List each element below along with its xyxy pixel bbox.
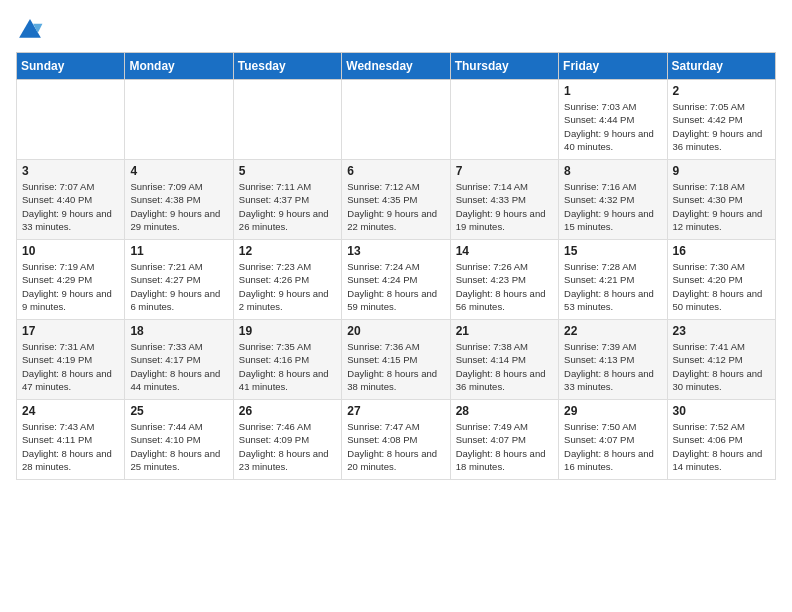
day-info: Sunrise: 7:36 AM Sunset: 4:15 PM Dayligh… [347,340,444,393]
day-info: Sunrise: 7:30 AM Sunset: 4:20 PM Dayligh… [673,260,770,313]
calendar-cell: 21Sunrise: 7:38 AM Sunset: 4:14 PM Dayli… [450,320,558,400]
day-number: 15 [564,244,661,258]
day-info: Sunrise: 7:28 AM Sunset: 4:21 PM Dayligh… [564,260,661,313]
calendar-cell [17,80,125,160]
day-info: Sunrise: 7:09 AM Sunset: 4:38 PM Dayligh… [130,180,227,233]
day-info: Sunrise: 7:47 AM Sunset: 4:08 PM Dayligh… [347,420,444,473]
calendar-cell: 11Sunrise: 7:21 AM Sunset: 4:27 PM Dayli… [125,240,233,320]
day-number: 10 [22,244,119,258]
day-number: 26 [239,404,336,418]
calendar-cell: 24Sunrise: 7:43 AM Sunset: 4:11 PM Dayli… [17,400,125,480]
day-info: Sunrise: 7:03 AM Sunset: 4:44 PM Dayligh… [564,100,661,153]
calendar-cell: 18Sunrise: 7:33 AM Sunset: 4:17 PM Dayli… [125,320,233,400]
calendar-cell [450,80,558,160]
calendar-cell: 2Sunrise: 7:05 AM Sunset: 4:42 PM Daylig… [667,80,775,160]
calendar-cell: 20Sunrise: 7:36 AM Sunset: 4:15 PM Dayli… [342,320,450,400]
day-number: 9 [673,164,770,178]
day-info: Sunrise: 7:38 AM Sunset: 4:14 PM Dayligh… [456,340,553,393]
calendar-cell: 3Sunrise: 7:07 AM Sunset: 4:40 PM Daylig… [17,160,125,240]
day-info: Sunrise: 7:18 AM Sunset: 4:30 PM Dayligh… [673,180,770,233]
calendar-cell: 4Sunrise: 7:09 AM Sunset: 4:38 PM Daylig… [125,160,233,240]
header-day-friday: Friday [559,53,667,80]
day-number: 22 [564,324,661,338]
day-number: 8 [564,164,661,178]
day-number: 7 [456,164,553,178]
day-number: 13 [347,244,444,258]
day-info: Sunrise: 7:49 AM Sunset: 4:07 PM Dayligh… [456,420,553,473]
day-info: Sunrise: 7:39 AM Sunset: 4:13 PM Dayligh… [564,340,661,393]
day-number: 20 [347,324,444,338]
day-info: Sunrise: 7:24 AM Sunset: 4:24 PM Dayligh… [347,260,444,313]
calendar-cell: 17Sunrise: 7:31 AM Sunset: 4:19 PM Dayli… [17,320,125,400]
day-info: Sunrise: 7:16 AM Sunset: 4:32 PM Dayligh… [564,180,661,233]
logo [16,16,48,44]
day-number: 6 [347,164,444,178]
calendar-cell: 13Sunrise: 7:24 AM Sunset: 4:24 PM Dayli… [342,240,450,320]
calendar-cell: 9Sunrise: 7:18 AM Sunset: 4:30 PM Daylig… [667,160,775,240]
day-info: Sunrise: 7:35 AM Sunset: 4:16 PM Dayligh… [239,340,336,393]
day-number: 1 [564,84,661,98]
calendar-cell: 27Sunrise: 7:47 AM Sunset: 4:08 PM Dayli… [342,400,450,480]
day-info: Sunrise: 7:26 AM Sunset: 4:23 PM Dayligh… [456,260,553,313]
day-number: 24 [22,404,119,418]
calendar-cell: 22Sunrise: 7:39 AM Sunset: 4:13 PM Dayli… [559,320,667,400]
calendar-header: SundayMondayTuesdayWednesdayThursdayFrid… [17,53,776,80]
day-number: 14 [456,244,553,258]
calendar-cell: 30Sunrise: 7:52 AM Sunset: 4:06 PM Dayli… [667,400,775,480]
day-number: 16 [673,244,770,258]
day-info: Sunrise: 7:41 AM Sunset: 4:12 PM Dayligh… [673,340,770,393]
day-info: Sunrise: 7:23 AM Sunset: 4:26 PM Dayligh… [239,260,336,313]
header-day-wednesday: Wednesday [342,53,450,80]
day-number: 30 [673,404,770,418]
calendar-cell [342,80,450,160]
day-number: 19 [239,324,336,338]
day-info: Sunrise: 7:50 AM Sunset: 4:07 PM Dayligh… [564,420,661,473]
calendar-cell: 28Sunrise: 7:49 AM Sunset: 4:07 PM Dayli… [450,400,558,480]
calendar-cell: 15Sunrise: 7:28 AM Sunset: 4:21 PM Dayli… [559,240,667,320]
day-info: Sunrise: 7:21 AM Sunset: 4:27 PM Dayligh… [130,260,227,313]
day-info: Sunrise: 7:12 AM Sunset: 4:35 PM Dayligh… [347,180,444,233]
day-info: Sunrise: 7:14 AM Sunset: 4:33 PM Dayligh… [456,180,553,233]
calendar-cell: 6Sunrise: 7:12 AM Sunset: 4:35 PM Daylig… [342,160,450,240]
day-number: 25 [130,404,227,418]
day-number: 3 [22,164,119,178]
day-number: 29 [564,404,661,418]
calendar-table: SundayMondayTuesdayWednesdayThursdayFrid… [16,52,776,480]
calendar-week-2: 3Sunrise: 7:07 AM Sunset: 4:40 PM Daylig… [17,160,776,240]
day-info: Sunrise: 7:43 AM Sunset: 4:11 PM Dayligh… [22,420,119,473]
day-number: 5 [239,164,336,178]
calendar-cell: 7Sunrise: 7:14 AM Sunset: 4:33 PM Daylig… [450,160,558,240]
day-info: Sunrise: 7:07 AM Sunset: 4:40 PM Dayligh… [22,180,119,233]
day-number: 11 [130,244,227,258]
calendar-cell: 1Sunrise: 7:03 AM Sunset: 4:44 PM Daylig… [559,80,667,160]
day-number: 23 [673,324,770,338]
day-info: Sunrise: 7:33 AM Sunset: 4:17 PM Dayligh… [130,340,227,393]
header [16,16,776,44]
calendar-week-4: 17Sunrise: 7:31 AM Sunset: 4:19 PM Dayli… [17,320,776,400]
calendar-cell: 10Sunrise: 7:19 AM Sunset: 4:29 PM Dayli… [17,240,125,320]
calendar-cell [125,80,233,160]
calendar-cell: 19Sunrise: 7:35 AM Sunset: 4:16 PM Dayli… [233,320,341,400]
logo-icon [16,16,44,44]
day-info: Sunrise: 7:46 AM Sunset: 4:09 PM Dayligh… [239,420,336,473]
day-number: 21 [456,324,553,338]
day-info: Sunrise: 7:31 AM Sunset: 4:19 PM Dayligh… [22,340,119,393]
header-day-thursday: Thursday [450,53,558,80]
day-info: Sunrise: 7:05 AM Sunset: 4:42 PM Dayligh… [673,100,770,153]
calendar-cell: 5Sunrise: 7:11 AM Sunset: 4:37 PM Daylig… [233,160,341,240]
calendar-week-5: 24Sunrise: 7:43 AM Sunset: 4:11 PM Dayli… [17,400,776,480]
day-number: 2 [673,84,770,98]
day-number: 27 [347,404,444,418]
day-info: Sunrise: 7:44 AM Sunset: 4:10 PM Dayligh… [130,420,227,473]
header-day-monday: Monday [125,53,233,80]
calendar-cell: 14Sunrise: 7:26 AM Sunset: 4:23 PM Dayli… [450,240,558,320]
day-number: 17 [22,324,119,338]
calendar-cell: 8Sunrise: 7:16 AM Sunset: 4:32 PM Daylig… [559,160,667,240]
day-number: 4 [130,164,227,178]
calendar-week-3: 10Sunrise: 7:19 AM Sunset: 4:29 PM Dayli… [17,240,776,320]
calendar-cell: 16Sunrise: 7:30 AM Sunset: 4:20 PM Dayli… [667,240,775,320]
day-number: 18 [130,324,227,338]
calendar-cell: 29Sunrise: 7:50 AM Sunset: 4:07 PM Dayli… [559,400,667,480]
calendar-week-1: 1Sunrise: 7:03 AM Sunset: 4:44 PM Daylig… [17,80,776,160]
calendar-cell [233,80,341,160]
